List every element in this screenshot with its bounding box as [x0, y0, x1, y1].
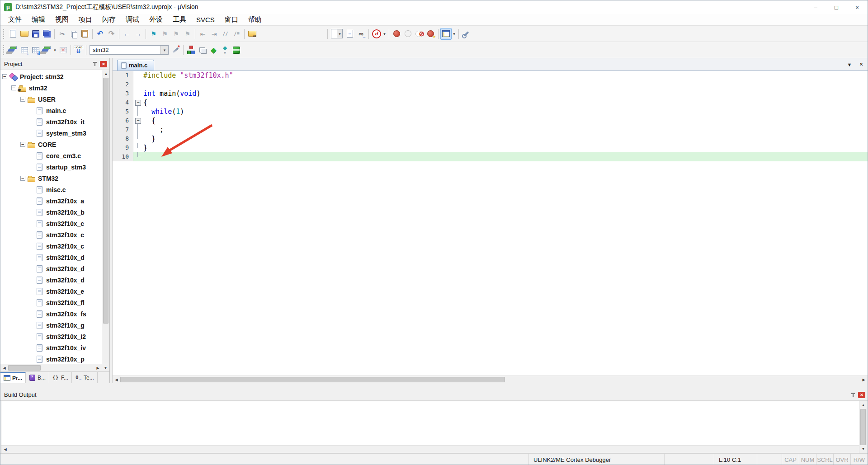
- tree-item-stm32f10x-d[interactable]: stm32f10x_d: [0, 274, 102, 286]
- project-panel-close-icon[interactable]: [100, 61, 107, 67]
- bookmark-clear-button[interactable]: [182, 28, 193, 40]
- hscroll-thumb[interactable]: [120, 377, 505, 382]
- tree-expander-icon[interactable]: [20, 176, 25, 181]
- tree-item-stm32f10x-g[interactable]: stm32f10x_g: [0, 319, 102, 331]
- tree-item-stm32f10x-c[interactable]: stm32f10x_c: [0, 229, 102, 240]
- tree-item-stm32f10x-d[interactable]: stm32f10x_d: [0, 263, 102, 274]
- bp-toggle-button[interactable]: [391, 28, 402, 40]
- scroll-left-icon[interactable]: ◀: [113, 376, 120, 384]
- scroll-down-icon[interactable]: ▼: [102, 364, 109, 372]
- batch-build-button[interactable]: [41, 44, 52, 56]
- close-button[interactable]: ×: [847, 0, 868, 14]
- paste-button[interactable]: [79, 28, 90, 40]
- build-output-content[interactable]: [1, 401, 867, 445]
- tab-main-c[interactable]: main.c: [117, 60, 154, 70]
- menu-item-6[interactable]: 外设: [144, 14, 168, 25]
- file-ext-button[interactable]: [197, 44, 208, 56]
- scroll-up-icon[interactable]: ▲: [102, 70, 109, 78]
- maximize-button[interactable]: □: [826, 0, 847, 14]
- menu-item-9[interactable]: 窗口: [220, 14, 243, 25]
- tree-item-stm32[interactable]: STM32: [0, 173, 102, 184]
- project-tree-vscrollbar[interactable]: ▲: [102, 70, 109, 364]
- menu-item-4[interactable]: 闪存: [97, 14, 121, 25]
- tree-item-stm32f10x-c[interactable]: stm32f10x_c: [0, 218, 102, 229]
- window-layout-dropdown-icon[interactable]: [452, 28, 457, 40]
- tree-item-user[interactable]: USER: [0, 94, 102, 105]
- debug-session-button[interactable]: [371, 28, 382, 40]
- manage-items-button[interactable]: [185, 44, 197, 56]
- vscroll-thumb[interactable]: [103, 78, 108, 324]
- tree-item-main-c[interactable]: main.c: [0, 105, 102, 116]
- menu-item-5[interactable]: 调试: [121, 14, 144, 25]
- pack-installer-button[interactable]: [231, 44, 242, 56]
- panel-tab-te[interactable]: Te...: [72, 372, 98, 383]
- tree-expander-icon[interactable]: [2, 74, 7, 79]
- menu-item-10[interactable]: 帮助: [243, 14, 267, 25]
- project-tree-hscrollbar[interactable]: ◀ ▶ ▼: [0, 364, 109, 371]
- menu-item-8[interactable]: SVCS: [191, 14, 220, 25]
- panel-tab-b[interactable]: B...: [26, 372, 49, 383]
- tree-item-stm32f10x-p[interactable]: stm32f10x_p: [0, 353, 102, 364]
- find-next-button[interactable]: [355, 28, 367, 40]
- tree-item-stm32f10x-iv[interactable]: stm32f10x_iv: [0, 342, 102, 353]
- pin-icon[interactable]: [850, 392, 856, 398]
- tree-expander-icon[interactable]: [20, 97, 25, 102]
- toolbar-grip[interactable]: [3, 45, 5, 55]
- menu-item-1[interactable]: 编辑: [27, 14, 50, 25]
- bp-disable-button[interactable]: [402, 28, 414, 40]
- panel-tab-f[interactable]: F...: [49, 372, 72, 383]
- fold-margin[interactable]: [133, 98, 143, 107]
- tree-item-stm32f10x-i2[interactable]: stm32f10x_i2: [0, 331, 102, 342]
- build-output-close-icon[interactable]: [858, 392, 865, 398]
- menu-item-0[interactable]: 文件: [3, 14, 27, 25]
- options-wand-button[interactable]: [170, 44, 181, 56]
- target-combo[interactable]: stm32: [90, 45, 169, 55]
- build-output-hscrollbar[interactable]: ◀ ▶: [1, 445, 867, 453]
- fold-margin[interactable]: [133, 116, 143, 125]
- cut-button[interactable]: [57, 28, 68, 40]
- rebuild-button[interactable]: [30, 44, 41, 56]
- bookmark-prev-button[interactable]: [159, 28, 170, 40]
- scroll-right-icon[interactable]: ▶: [94, 364, 102, 372]
- scroll-left-icon[interactable]: ◀: [1, 446, 9, 453]
- tab-list-chevron-icon[interactable]: ▼: [846, 61, 853, 68]
- menu-item-2[interactable]: 视图: [50, 14, 74, 25]
- batch-build-dropdown-icon[interactable]: [52, 44, 57, 56]
- bookmark-toggle-button[interactable]: [148, 28, 159, 40]
- bookmark-next-button[interactable]: [170, 28, 182, 40]
- undo-button[interactable]: [94, 28, 106, 40]
- pin-icon[interactable]: [92, 61, 98, 67]
- tree-item-stm32f10x-a[interactable]: stm32f10x_a: [0, 195, 102, 207]
- tree-item-core-cm3-c[interactable]: core_cm3.c: [0, 150, 102, 161]
- scroll-up-icon[interactable]: ▲: [859, 401, 867, 409]
- tree-expander-icon[interactable]: [20, 142, 25, 147]
- uncomment-button[interactable]: [231, 28, 242, 40]
- window-layout-button[interactable]: [440, 28, 452, 40]
- menu-item-7[interactable]: 工具: [168, 14, 191, 25]
- tree-item-system-stm3[interactable]: system_stm3: [0, 127, 102, 139]
- tree-item-stm32[interactable]: ✱stm32: [0, 82, 102, 94]
- tree-item-stm32f10x-c[interactable]: stm32f10x_c: [0, 240, 102, 252]
- tree-item-stm32f10x-b[interactable]: stm32f10x_b: [0, 207, 102, 218]
- browse-info-button[interactable]: [344, 28, 355, 40]
- build-button[interactable]: [19, 44, 30, 56]
- chevron-down-icon[interactable]: [337, 29, 342, 38]
- comment-button[interactable]: [220, 28, 231, 40]
- bp-enable-all-button[interactable]: [425, 28, 436, 40]
- copy-button[interactable]: [68, 28, 79, 40]
- tree-item-startup-stm3[interactable]: startup_stm3: [0, 161, 102, 173]
- indent-button[interactable]: [208, 28, 220, 40]
- new-file-button[interactable]: [7, 28, 19, 40]
- scroll-down-icon[interactable]: ▼: [859, 445, 867, 453]
- save-file-button[interactable]: [30, 28, 41, 40]
- tree-item-misc-c[interactable]: misc.c: [0, 184, 102, 195]
- chevron-down-icon[interactable]: [160, 46, 168, 54]
- debug-session-dropdown-icon[interactable]: [382, 28, 387, 40]
- download-load-button[interactable]: [73, 44, 84, 56]
- select-packs-button[interactable]: [219, 44, 231, 56]
- configure-button[interactable]: [461, 28, 472, 40]
- tree-expander-icon[interactable]: [11, 85, 16, 90]
- nav-forward-button[interactable]: [132, 28, 144, 40]
- outdent-button[interactable]: [197, 28, 208, 40]
- tree-item-stm32f10x-fs[interactable]: stm32f10x_fs: [0, 308, 102, 319]
